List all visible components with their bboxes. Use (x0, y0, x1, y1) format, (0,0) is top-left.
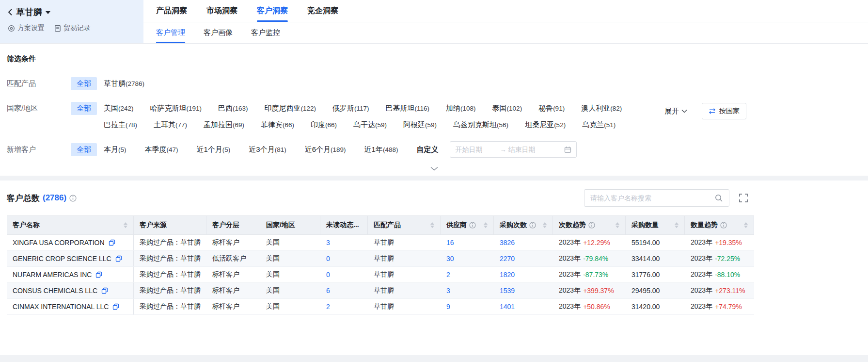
search-icon[interactable] (715, 194, 723, 202)
new-customer-filter-chip[interactable]: 本季度(47) (145, 145, 178, 154)
info-icon[interactable] (69, 195, 77, 202)
copy-icon[interactable] (95, 271, 102, 278)
sub-tab[interactable]: 客户画像 (204, 22, 233, 43)
country-all-chip[interactable]: 全部 (71, 102, 97, 115)
new-customer-filter-chip[interactable]: 近3个月(81) (249, 145, 286, 154)
customer-name[interactable]: CONSUS CHEMICALS LLC (13, 287, 97, 295)
product-filter-chip[interactable]: 草甘膦(2786) (104, 79, 144, 88)
purchase-count-link[interactable]: 2270 (500, 255, 515, 263)
country-filter-chip[interactable]: 泰国(102) (492, 104, 522, 113)
country-filter-chip[interactable]: 秘鲁(91) (538, 104, 565, 113)
calendar-icon[interactable] (564, 146, 571, 153)
back-icon[interactable] (8, 8, 13, 16)
country-filter-chip[interactable]: 乌干达(59) (353, 120, 387, 130)
country-filter-chip[interactable]: 菲律宾(66) (261, 120, 294, 130)
scheme-settings-link[interactable]: 方案设置 (8, 24, 45, 33)
sort-icon[interactable] (741, 222, 748, 228)
country-filter-chip[interactable]: 澳大利亚(82) (581, 104, 622, 113)
country-filter-chip[interactable]: 巴西(163) (218, 104, 248, 113)
new-customer-filter-chip[interactable]: 近6个月(189) (305, 145, 346, 154)
trade-records-link[interactable]: 贸易记录 (54, 24, 91, 33)
custom-date-link[interactable]: 自定义 (416, 145, 438, 154)
country-filter-chip[interactable]: 巴基斯坦(116) (386, 104, 430, 113)
sort-icon[interactable] (540, 222, 547, 228)
sort-icon[interactable] (672, 222, 679, 228)
column-header[interactable]: 客户名称 (7, 216, 134, 234)
sort-icon[interactable] (427, 222, 434, 228)
main-tab[interactable]: 产品洞察 (156, 0, 187, 22)
country-filter-chip[interactable]: 俄罗斯(117) (332, 104, 369, 113)
suppliers-link[interactable]: 2 (446, 271, 450, 279)
country-filter-chip[interactable]: 乌兹别克斯坦(56) (453, 120, 508, 130)
country-filter-chip[interactable]: 阿根廷(59) (403, 120, 437, 130)
unread-link[interactable]: 0 (326, 271, 330, 279)
country-filter-chip[interactable]: 美国(242) (104, 104, 134, 113)
purchase-count-link[interactable]: 3826 (500, 239, 515, 247)
info-icon[interactable] (469, 222, 476, 229)
customer-name[interactable]: NUFARM AMERICAS INC (13, 271, 92, 279)
column-header[interactable]: 数量趋势 (685, 216, 754, 234)
column-header[interactable]: 供应商 (441, 216, 494, 234)
main-tab[interactable]: 竞企洞察 (307, 0, 338, 22)
sub-tab[interactable]: 客户管理 (156, 22, 185, 43)
country-filter-chip[interactable]: 哈萨克斯坦(191) (150, 104, 202, 113)
country-filter-chip[interactable]: 加纳(108) (446, 104, 476, 113)
customer-search-input[interactable] (590, 194, 715, 202)
purchase-count-link[interactable]: 1539 (500, 287, 515, 295)
product-all-chip[interactable]: 全部 (71, 77, 97, 90)
customer-name[interactable]: CINMAX INTERNATIONAL LLC (13, 303, 109, 311)
suppliers-link[interactable]: 30 (446, 255, 454, 263)
new-customer-filter-chip[interactable]: 近1个月(5) (197, 145, 231, 154)
sort-icon[interactable] (613, 222, 619, 228)
unread-link[interactable]: 0 (326, 255, 330, 263)
product-name[interactable]: 草甘膦 (16, 6, 42, 18)
sort-icon[interactable] (481, 222, 488, 228)
customer-name[interactable]: XINGFA USA CORPORATION (13, 239, 105, 247)
customer-name[interactable]: GENERIC CROP SCIENCE LLC (13, 255, 111, 263)
expand-link[interactable]: 展开 (664, 107, 687, 116)
country-filter-chip[interactable]: 坦桑尼亚(52) (525, 120, 566, 130)
country-filter-chip[interactable]: 巴拉圭(78) (104, 120, 137, 130)
column-header[interactable]: 次数趋势 (553, 216, 626, 234)
copy-icon[interactable] (109, 239, 115, 246)
new-customer-filter-chip[interactable]: 近1年(488) (364, 145, 398, 154)
column-header[interactable]: 国家/地区 (260, 216, 320, 234)
purchase-count-link[interactable]: 1401 (500, 303, 515, 311)
new-customer-all-chip[interactable]: 全部 (71, 143, 97, 156)
sub-tab[interactable]: 客户监控 (251, 22, 280, 43)
table-row[interactable]: GENERIC CROP SCIENCE LLC 采购过产品：草甘膦 低活跃客户… (7, 251, 754, 267)
table-row[interactable]: NUFARM AMERICAS INC 采购过产品：草甘膦 标杆客户 美国 0 … (7, 267, 754, 283)
date-range-picker[interactable]: → (450, 141, 577, 158)
table-row[interactable]: CONSUS CHEMICALS LLC 采购过产品：草甘膦 标杆客户 美国 6… (7, 283, 754, 299)
main-tab[interactable]: 客户洞察 (257, 0, 288, 22)
table-row[interactable]: XINGFA USA CORPORATION 采购过产品：草甘膦 标杆客户 美国… (7, 235, 754, 251)
country-filter-chip[interactable]: 乌克兰(51) (582, 120, 615, 130)
country-filter-chip[interactable]: 土耳其(77) (154, 120, 187, 130)
column-header[interactable]: 客户分层 (206, 216, 260, 234)
table-row[interactable]: CINMAX INTERNATIONAL LLC 采购过产品：草甘膦 标杆客户 … (7, 299, 754, 315)
unread-link[interactable]: 2 (326, 303, 330, 311)
by-country-button[interactable]: 按国家 (702, 103, 746, 119)
sort-icon[interactable] (121, 222, 127, 228)
country-filter-chip[interactable]: 印度(66) (311, 120, 337, 130)
info-icon[interactable] (529, 222, 536, 229)
new-customer-filter-chip[interactable]: 本月(5) (104, 145, 126, 154)
purchase-count-link[interactable]: 1820 (500, 271, 515, 279)
info-icon[interactable] (720, 222, 727, 229)
copy-icon[interactable] (101, 287, 108, 294)
country-filter-chip[interactable]: 孟加拉国(69) (204, 120, 244, 130)
unread-link[interactable]: 3 (326, 239, 330, 247)
unread-link[interactable]: 6 (326, 287, 330, 295)
column-header[interactable]: 匹配产品 (368, 216, 441, 234)
collapse-filters-button[interactable] (7, 163, 861, 173)
copy-icon[interactable] (115, 255, 122, 262)
start-date-input[interactable] (455, 146, 498, 153)
end-date-input[interactable] (508, 146, 551, 153)
column-header[interactable]: 客户来源 (134, 216, 206, 234)
fullscreen-icon[interactable] (739, 193, 748, 203)
caret-down-icon[interactable] (46, 11, 50, 14)
suppliers-link[interactable]: 16 (446, 239, 454, 247)
column-header[interactable]: 未读动态... (320, 216, 368, 234)
country-filter-chip[interactable]: 印度尼西亚(122) (265, 104, 316, 113)
info-icon[interactable] (588, 222, 595, 229)
